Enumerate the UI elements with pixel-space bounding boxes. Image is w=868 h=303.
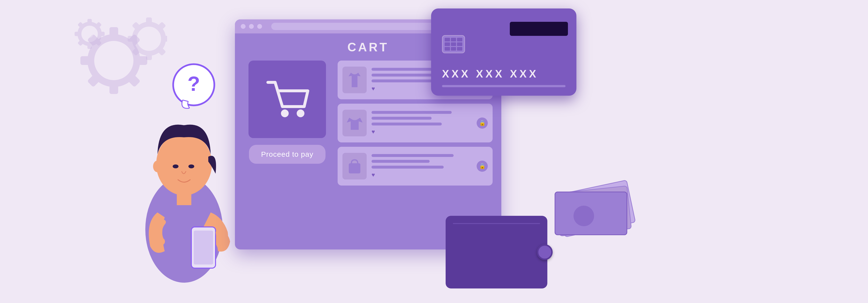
svg-rect-15: [128, 36, 136, 42]
svg-rect-22: [87, 19, 92, 25]
tshirt-icon: [347, 115, 363, 131]
svg-rect-25: [74, 32, 81, 36]
cart-icon-box: [248, 61, 326, 138]
card-bottom-line: [442, 85, 565, 87]
item-3-line-3: [372, 166, 444, 169]
proceed-to-pay-button[interactable]: Proceed to pay: [249, 145, 326, 164]
item-1-line-2: [372, 73, 437, 77]
svg-rect-43: [349, 163, 361, 174]
svg-rect-2: [110, 27, 118, 39]
card-chip: [442, 35, 465, 53]
svg-point-31: [156, 132, 212, 195]
item-2-line-3: [372, 123, 442, 125]
svg-point-11: [144, 33, 154, 44]
svg-text:?: ?: [187, 72, 200, 95]
titlebar-dot-2: [249, 24, 254, 29]
card-black-strip: [510, 22, 568, 36]
credit-card: XXX XXX XXX: [431, 8, 577, 96]
svg-rect-5: [81, 56, 93, 65]
wallet-area: [445, 187, 562, 289]
bag-icon: [347, 158, 362, 174]
item-2-line-1: [372, 111, 452, 114]
item-3-heart: ♥: [372, 172, 472, 178]
item-1-icon-box: [342, 67, 367, 93]
svg-rect-3: [110, 82, 118, 94]
cart-item-2: ♥ 🔒: [338, 104, 493, 143]
wallet-body: [445, 216, 547, 289]
svg-rect-23: [87, 42, 92, 49]
item-2-line-2: [372, 117, 432, 120]
svg-rect-29: [78, 22, 85, 29]
item-2-lock: 🔒: [476, 118, 488, 129]
item-3-line-1: [372, 154, 454, 157]
shopping-cart-icon: [263, 78, 311, 121]
svg-point-34: [173, 164, 179, 168]
svg-point-38: [157, 238, 165, 245]
item-2-details: ♥: [372, 111, 472, 135]
svg-rect-12: [146, 18, 152, 26]
svg-point-33: [153, 160, 162, 172]
titlebar-dot-1: [241, 24, 246, 29]
svg-point-41: [281, 110, 289, 117]
card-number: XXX XXX XXX: [442, 68, 538, 80]
item-3-icon-box: [342, 153, 367, 180]
svg-rect-32: [177, 191, 191, 205]
svg-rect-26: [94, 22, 102, 29]
item-3-line-2: [372, 160, 430, 163]
item-3-details: ♥: [372, 154, 472, 178]
item-3-lock: 🔒: [476, 160, 488, 172]
wallet-clasp: [537, 244, 553, 260]
cart-item-3: ♥ 🔒: [338, 147, 493, 185]
item-2-heart: ♥: [372, 128, 472, 135]
svg-point-42: [297, 110, 304, 117]
titlebar-dot-3: [257, 24, 262, 29]
svg-rect-14: [162, 36, 167, 42]
cart-left-panel: Proceed to pay: [244, 58, 331, 242]
speech-bubble-svg: ?: [169, 63, 218, 116]
svg-point-1: [105, 52, 122, 69]
svg-point-21: [86, 30, 93, 38]
svg-rect-37: [194, 231, 213, 265]
dress-icon: [347, 71, 362, 88]
speech-bubble: ?: [169, 63, 218, 117]
item-2-icon-box: [342, 110, 367, 137]
svg-point-35: [188, 164, 194, 168]
svg-rect-24: [98, 32, 104, 36]
svg-rect-27: [78, 38, 85, 46]
